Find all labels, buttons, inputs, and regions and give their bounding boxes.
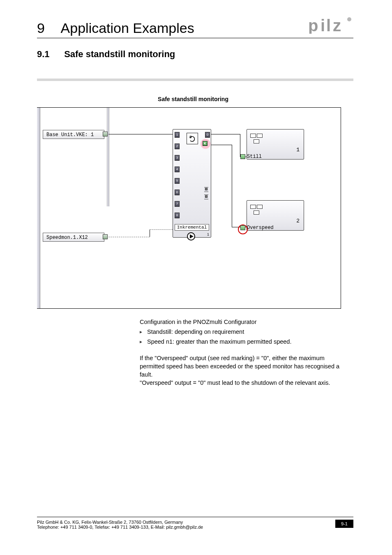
- input-label: Base Unit.VKE: 1: [46, 132, 94, 138]
- chapter-number: 9: [37, 20, 58, 36]
- pin-icon: 7: [175, 201, 180, 207]
- page-footer: Pilz GmbH & Co. KG, Felix-Wankel-Straße …: [37, 517, 353, 530]
- pilz-logo-icon: p i l z: [308, 16, 353, 34]
- paragraph: "Overspeed" output = "0" must lead to th…: [140, 379, 349, 387]
- output-block-overspeed: 2 Overspeed: [247, 200, 304, 231]
- body-copy: Configuration in the PNOZmulti Configura…: [140, 318, 349, 387]
- output-number: 2: [296, 218, 300, 224]
- bullet-item: ▸ Standstill: depending on requirement: [140, 328, 349, 336]
- svg-text:z: z: [333, 16, 341, 34]
- output-label: Overspeed: [245, 225, 274, 231]
- k-port-icon: K: [203, 141, 208, 146]
- port-icon: [103, 234, 108, 239]
- box-icon: [257, 205, 263, 209]
- paragraph: If the "Overspeed" output (see red marki…: [140, 354, 349, 379]
- divider-bar: [37, 79, 353, 81]
- pin-icon: 5: [175, 178, 180, 184]
- output-label: Still: [245, 154, 262, 160]
- wire: [211, 134, 240, 134]
- function-block: 1 0 n K 2 3 4 5 6 7 8 Inkremental 1: [173, 129, 211, 238]
- input-block-speedmon: Speedmon.1.X12: [43, 233, 104, 242]
- svg-text:l: l: [326, 16, 331, 34]
- wire-dashed: [150, 229, 173, 230]
- pin-icon: 8: [175, 213, 180, 218]
- box-icon: [254, 210, 259, 215]
- svg-text:p: p: [308, 16, 318, 34]
- index-label: 1: [207, 232, 209, 236]
- pin-icon: 6: [175, 190, 180, 195]
- status-led-icon: [240, 225, 245, 230]
- wire: [240, 134, 240, 157]
- arrow-icon: [250, 205, 256, 209]
- arrow-icon: [250, 134, 256, 138]
- chapter-title: Application Examples: [61, 20, 194, 36]
- scroll-rail-left: [37, 108, 40, 308]
- configurator-diagram: Base Unit.VKE: 1 Speedmon.1.X12 1 0 n K …: [37, 107, 341, 309]
- brand-logo: p i l z: [308, 16, 353, 36]
- box-icon: [257, 134, 263, 138]
- bullet-item: ▸ Speed n1: greater than the maximum per…: [140, 338, 349, 346]
- scroll-rail-mid: [107, 108, 109, 206]
- figure-caption: Safe standstill monitoring: [140, 96, 247, 102]
- wire: [211, 145, 232, 145]
- page-number-badge: 9-1: [335, 520, 353, 528]
- status-led-icon: [240, 154, 245, 159]
- bullet-text: Standstill: depending on requirement: [147, 328, 244, 336]
- pin-icon: 3: [175, 155, 180, 161]
- pin-icon: 2: [175, 143, 180, 149]
- port-icon: [103, 132, 108, 136]
- slider-knob-icon: [205, 195, 208, 198]
- slider-knob-icon: [205, 188, 208, 190]
- svg-text:i: i: [321, 16, 325, 34]
- page-header: 9 Application Examples p i l z: [37, 16, 353, 38]
- section-heading: 9.1 Safe standstill monitoring: [37, 49, 353, 60]
- box-icon: [254, 139, 259, 143]
- pin-icon: 0: [205, 132, 210, 138]
- svg-point-0: [347, 17, 351, 21]
- output-number: 1: [296, 147, 300, 153]
- intro-line: Configuration in the PNOZmulti Configura…: [140, 318, 349, 326]
- footer-line: Telephone: +49 711 3409-0, Telefax: +49 …: [37, 525, 203, 530]
- rotation-icon: n: [187, 133, 198, 144]
- wire: [232, 145, 232, 227]
- input-block-base-unit: Base Unit.VKE: 1: [43, 130, 104, 139]
- output-block-still: 1 Still: [247, 129, 304, 160]
- bullet-text: Speed n1: greater than the maximum permi…: [147, 338, 291, 346]
- section-number: 9.1: [37, 49, 62, 60]
- input-label: Speedmon.1.X12: [46, 235, 88, 240]
- bullet-icon: ▸: [140, 328, 147, 336]
- wire: [108, 134, 173, 134]
- footer-address: Pilz GmbH & Co. KG, Felix-Wankel-Straße …: [37, 520, 203, 530]
- wire-dashed: [108, 237, 150, 237]
- function-block-label: Inkremental: [175, 224, 209, 231]
- bullet-icon: ▸: [140, 338, 147, 346]
- pin-icon: 1: [175, 132, 180, 138]
- chapter-heading: 9 Application Examples: [37, 20, 194, 36]
- footer-line: Pilz GmbH & Co. KG, Felix-Wankel-Straße …: [37, 520, 203, 525]
- section-title: Safe standstill monitoring: [64, 49, 175, 59]
- wire: [150, 229, 150, 237]
- play-icon: [187, 232, 195, 240]
- pin-icon: 4: [175, 166, 180, 172]
